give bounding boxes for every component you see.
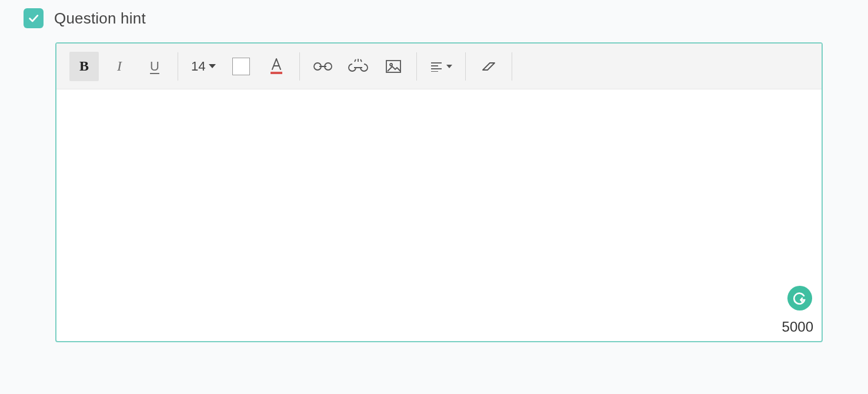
align-left-icon [430,61,443,72]
toolbar-separator [299,52,300,81]
toolbar-separator [465,52,466,81]
caret-down-icon [446,65,452,68]
image-button[interactable] [379,52,408,81]
check-icon [27,12,40,25]
character-limit: 5000 [782,319,813,335]
italic-button[interactable]: I [105,52,134,81]
font-size-dropdown[interactable]: 14 [186,52,221,81]
clear-formatting-button[interactable] [474,52,503,81]
text-color-button[interactable] [262,52,291,81]
caret-down-icon [209,64,216,68]
rich-text-editor: B I U 14 [55,42,823,342]
toolbar-separator [512,52,512,81]
editor-toolbar: B I U 14 [56,44,822,89]
grammarly-icon [792,291,807,306]
link-icon [313,61,332,72]
bold-button[interactable]: B [69,52,99,81]
svg-rect-0 [271,72,282,74]
unlink-button[interactable] [343,52,373,81]
eraser-icon [480,61,497,72]
svg-point-2 [390,64,392,66]
unlink-icon [348,58,369,75]
alignment-dropdown[interactable] [425,52,457,81]
grammarly-badge[interactable] [787,286,812,310]
question-hint-checkbox[interactable] [24,8,44,28]
image-icon [385,59,402,74]
underline-icon: U [150,59,159,74]
editor-content-area[interactable] [56,89,822,341]
question-hint-label: Question hint [54,9,146,28]
underline-button[interactable]: U [140,52,169,81]
color-swatch-icon [232,58,250,75]
link-button[interactable] [308,52,338,81]
toolbar-separator [416,52,417,81]
font-size-value: 14 [191,59,205,74]
italic-icon: I [117,58,122,74]
section-header: Question hint [24,8,844,28]
toolbar-separator [178,52,178,81]
background-color-button[interactable] [226,52,256,81]
bold-icon: B [79,58,89,74]
text-color-icon [268,58,285,75]
